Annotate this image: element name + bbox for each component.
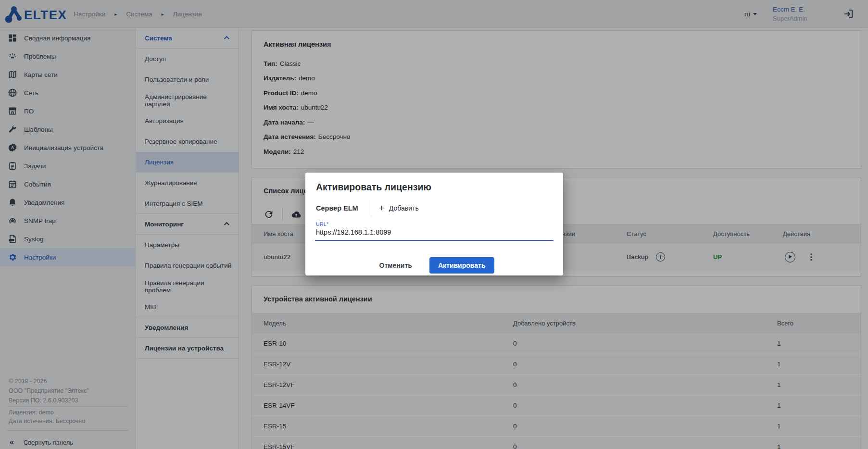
modal-title: Активировать лицензию [316,182,431,193]
url-field-label: URL* [316,221,328,227]
activate-button[interactable]: Активировать [429,257,494,274]
modal-tabs: Сервер ELM + Добавить [316,200,419,216]
divider [371,200,371,216]
tab-elm-server[interactable]: Сервер ELM [316,204,358,212]
add-label: Добавить [389,204,419,212]
modal-buttons: Отменить Активировать [305,257,563,274]
cancel-button[interactable]: Отменить [375,258,417,273]
activate-license-modal: Активировать лицензию Сервер ELM + Добав… [305,173,563,275]
plus-icon: + [379,203,384,213]
eccm-app: ELTEX Настройки ▸ Система ▸ Лицензия ru … [0,0,868,449]
add-server-button[interactable]: + Добавить [379,203,419,213]
url-input[interactable] [315,227,554,241]
